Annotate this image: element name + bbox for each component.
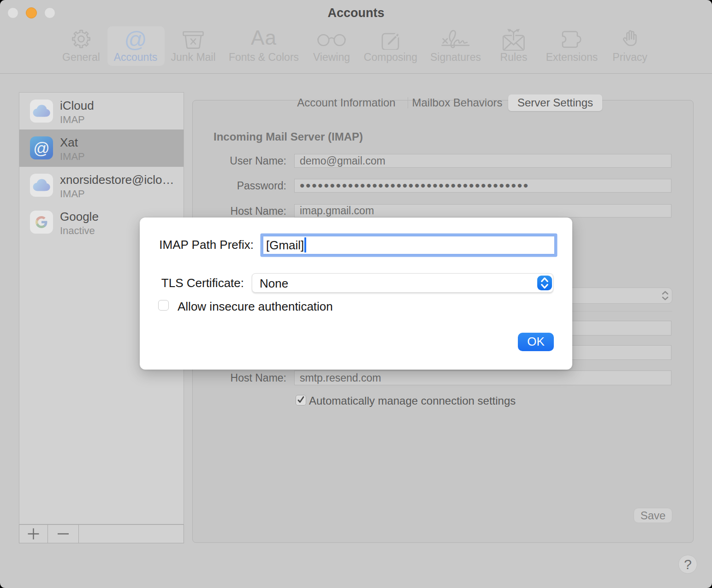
svg-text:@: @ <box>33 139 50 157</box>
